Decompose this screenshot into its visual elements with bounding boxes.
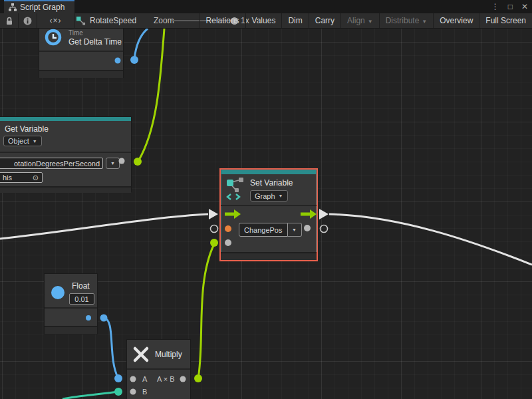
full-screen-button[interactable]: Full Screen (479, 13, 532, 28)
toolbar: ‹×› RotateSpeed Zoom 1x Relations Values… (0, 13, 532, 29)
wire-endpoint-dot (210, 239, 218, 247)
code-view-toggle-button[interactable]: ‹×› (37, 13, 74, 28)
node-get-delta-time[interactable]: Time Get Delta Time (39, 29, 124, 78)
clock-icon (45, 29, 62, 46)
object-picker-icon[interactable]: ⊙ (33, 174, 39, 182)
maximize-icon[interactable]: □ (508, 2, 513, 11)
graph-breadcrumb[interactable]: RotateSpeed (76, 13, 136, 28)
code-toggle-icon: ‹×› (50, 16, 62, 25)
flow-wire-left[interactable] (0, 214, 208, 239)
node-footer (0, 188, 131, 193)
graph-name: RotateSpeed (90, 16, 136, 25)
menu-icon[interactable]: ⋮ (491, 2, 499, 11)
float-value-field[interactable]: 0.01 (69, 293, 94, 305)
overview-button[interactable]: Overview (433, 13, 479, 28)
node-sections (0, 186, 131, 193)
script-graph-window: Script Graph ⋮ □ ✕ (0, 0, 532, 399)
node-title: Get Delta Time (68, 37, 122, 47)
port-section (39, 52, 123, 70)
variable-name-combo[interactable]: ChangePos ▼ (239, 223, 302, 237)
node-multiply[interactable]: Multiply A A × B B (126, 339, 191, 399)
node-title: Get Variable (5, 124, 49, 134)
tab-bar: Script Graph ⋮ □ ✕ (0, 0, 532, 13)
multiply-icon (132, 346, 150, 363)
distribute-button[interactable]: Distribute ▼ (379, 13, 434, 28)
node-sections (221, 252, 317, 260)
variable-name-dropdown[interactable]: ▼ (288, 223, 302, 237)
port-b-label: B (142, 388, 147, 396)
green-wire-multiply-to-setvar[interactable] (198, 244, 214, 378)
lock-icon (5, 17, 13, 25)
divider (221, 205, 317, 206)
info-button[interactable] (19, 13, 37, 28)
wire-endpoint-dot (114, 388, 122, 396)
graph-canvas[interactable]: Time Get Delta Time Get Variable Object … (0, 29, 532, 399)
window-controls: ⋮ □ ✕ (491, 0, 528, 13)
divider (127, 368, 190, 370)
green-wire-top[interactable] (138, 29, 164, 161)
close-icon[interactable]: ✕ (521, 2, 528, 11)
toolbar-button-group: Relations Values Dim Carry Align ▼ Distr… (200, 13, 532, 28)
chevron-down-icon: ▼ (110, 161, 115, 166)
wire-endpoint-dot (194, 374, 202, 382)
flow-arrowhead (209, 209, 218, 219)
node-title: Set Variable (250, 178, 293, 188)
node-title: Float (72, 281, 90, 291)
blue-wire-float-to-multiply[interactable] (104, 318, 118, 377)
chevron-down-icon: ▼ (368, 19, 373, 25)
chevron-down-icon: ▼ (279, 194, 283, 198)
chevron-down-icon: ▼ (33, 139, 37, 144)
port-a-label: A (142, 375, 147, 383)
divider (0, 152, 131, 153)
values-button[interactable]: Values (245, 13, 282, 28)
node-subtitle: Time (68, 29, 83, 37)
target-object-field[interactable]: his ⊙ (0, 172, 43, 183)
chevron-down-icon: ▼ (292, 227, 297, 232)
port-out-label: A × B (157, 375, 175, 383)
tab-title: Script Graph (20, 3, 65, 12)
variable-name-field[interactable]: otationDegreesPerSecond (0, 158, 103, 169)
variable-name-dropdown[interactable]: ▼ (106, 158, 120, 169)
variable-scope-dropdown[interactable]: Graph ▼ (250, 190, 288, 201)
chevron-down-icon: ▼ (422, 19, 427, 25)
toolbar-left-group: ‹×› (0, 13, 74, 28)
port-section (45, 309, 97, 326)
node-footer (39, 71, 123, 78)
flow-wire-right[interactable] (329, 214, 532, 265)
info-icon (23, 17, 32, 25)
script-graph-asset-icon (76, 16, 86, 26)
node-footer (45, 327, 97, 334)
blue-wire-top[interactable] (134, 29, 148, 59)
float-icon (51, 285, 65, 300)
set-variable-icon (225, 177, 245, 201)
node-sections (39, 51, 123, 78)
node-sections (45, 307, 97, 334)
lock-button[interactable] (0, 13, 19, 28)
variable-accent-bar (0, 117, 131, 121)
carry-button[interactable]: Carry (309, 13, 340, 28)
graph-icon (9, 3, 17, 11)
tab-script-graph[interactable]: Script Graph (4, 0, 74, 13)
node-title: Multiply (155, 350, 182, 359)
wire-endpoint-dot (114, 374, 122, 382)
node-get-variable[interactable]: Get Variable Object ▼ otationDegreesPerS… (0, 116, 132, 192)
wire-endpoint-dot (134, 158, 142, 166)
dim-button[interactable]: Dim (281, 13, 308, 28)
flow-arrowhead (319, 209, 329, 219)
node-set-variable-selected[interactable]: Set Variable Graph ▼ ChangePos ▼ (219, 168, 318, 261)
align-button[interactable]: Align ▼ (340, 13, 379, 28)
relations-button[interactable]: Relations (200, 13, 245, 28)
wire-endpoint-dot (130, 56, 138, 64)
teal-wire-bottom[interactable] (63, 392, 118, 399)
node-float[interactable]: Float 0.01 (44, 273, 98, 334)
hollow-port-marker (321, 225, 328, 233)
wire-endpoint-dot (100, 315, 108, 322)
variable-scope-dropdown[interactable]: Object ▼ (3, 136, 42, 146)
node-footer (221, 253, 317, 260)
variable-accent-bar (221, 170, 316, 174)
hollow-port-marker (211, 225, 218, 233)
